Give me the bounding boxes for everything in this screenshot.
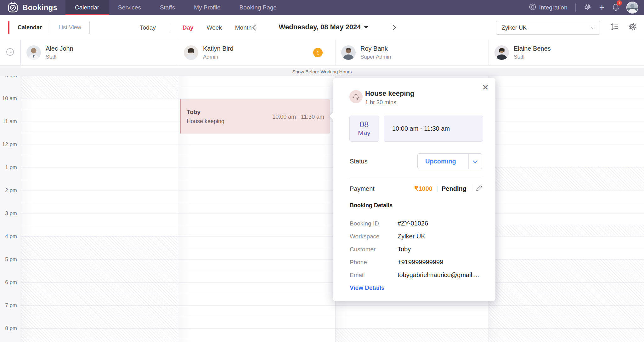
staff-avatar [341, 45, 356, 60]
notifications-button[interactable]: 1 [612, 3, 619, 12]
payment-info: ₹1000 | Pending [415, 185, 482, 193]
range-tab-day[interactable]: Day [183, 24, 194, 31]
booking-count-badge[interactable]: 1 [313, 48, 323, 57]
hour-label: 10 am [1, 95, 17, 102]
user-avatar[interactable] [626, 2, 638, 14]
workspace-select[interactable]: Zylker UK [496, 21, 600, 35]
payment-divider [471, 185, 471, 192]
view-details-link[interactable]: View Details [350, 284, 385, 291]
date-title[interactable]: Wednesday, 08 May 2024 [270, 23, 377, 31]
settings-button[interactable] [584, 3, 591, 12]
nav-divider [575, 3, 576, 12]
range-tab-month[interactable]: Month [235, 24, 252, 31]
payment-status: Pending [442, 185, 466, 192]
detail-value: +919999999999 [398, 259, 443, 266]
calendar-toolbar: Calendar List View Today Day Week Month … [0, 15, 644, 39]
plus-icon: + [599, 3, 605, 12]
non-working-hours-block [489, 259, 644, 342]
status-dropdown[interactable]: Upcoming [417, 153, 482, 169]
integration-label: Integration [539, 4, 568, 11]
staff-role: Admin [203, 54, 234, 60]
hour-label: 8 pm [1, 325, 17, 332]
next-day-button[interactable] [390, 25, 396, 30]
hour-label: 2 pm [1, 187, 17, 194]
nav-tab-staffs[interactable]: Staffs [150, 0, 184, 15]
service-icon [349, 90, 363, 103]
hour-label: 11 am [1, 118, 17, 125]
brand[interactable]: Bookings [0, 0, 65, 15]
show-before-working-hours-toggle[interactable]: Show Before Working Hours [0, 68, 644, 76]
close-icon[interactable]: × [482, 81, 489, 93]
today-button[interactable]: Today [140, 24, 156, 31]
chevron-down-icon [591, 26, 595, 30]
time-chip: 10:00 am - 11:30 am [384, 116, 483, 142]
calendar-view-button[interactable]: Calendar [9, 21, 50, 34]
nav-tab-calendar[interactable]: Calendar [65, 0, 109, 15]
view-toggle: Calendar List View [8, 21, 90, 34]
payment-pipe: | [436, 185, 438, 192]
detail-row-booking-id: Booking ID #ZY-01026 [350, 217, 482, 230]
integration-icon [529, 3, 536, 12]
add-button[interactable]: + [599, 3, 605, 12]
detail-value: Zylker UK [398, 233, 425, 240]
hour-label: 12 pm [1, 141, 17, 148]
detail-value: #ZY-01026 [398, 220, 428, 227]
status-row: Status Upcoming [350, 153, 482, 169]
notification-badge: 1 [617, 0, 622, 6]
detail-label: Booking ID [350, 220, 398, 227]
hour-label: 3 pm [1, 210, 17, 217]
staff-name: Katlyn Bird [203, 45, 234, 52]
time-gutter-header [0, 40, 20, 66]
detail-label: Email [350, 272, 398, 279]
hour-label: 5 pm [1, 256, 17, 263]
detail-row-phone: Phone +919999999999 [350, 256, 482, 269]
time-gutter: 9 am 10 am 11 am 12 pm 1 pm 2 pm 3 pm 4 … [0, 66, 20, 342]
range-tab-week[interactable]: Week [207, 24, 222, 31]
staff-column-header-alec-john[interactable]: Alec John Staff [20, 40, 178, 66]
primary-nav: Calendar Services Staffs My Profile Book… [65, 0, 286, 15]
calendar-grid: 9 am 10 am 11 am 12 pm 1 pm 2 pm 3 pm 4 … [0, 66, 644, 342]
nav-tab-services[interactable]: Services [109, 0, 150, 15]
non-working-hours-block [21, 76, 178, 99]
detail-row-customer: Customer Toby [350, 243, 482, 256]
detail-label: Phone [350, 259, 398, 266]
integration-button[interactable]: Integration [529, 3, 568, 12]
non-working-hours-block [336, 328, 489, 342]
event-time-range: 10:00 am - 11:30 am [272, 114, 324, 120]
hour-label: 7 pm [1, 302, 17, 309]
bookings-app: Bookings Calendar Services Staffs My Pro… [0, 0, 644, 342]
non-working-hours-block [489, 167, 644, 190]
popup-service-name: House keeping [365, 89, 414, 98]
nav-right-cluster: Integration + [525, 0, 644, 15]
staff-column-header-elaine-benes[interactable]: Elaine Benes Staff [489, 40, 644, 66]
hour-label: 1 pm [1, 164, 17, 171]
booking-details-popup: × House keeping 1 hr 30 mins 08 May 10:0… [333, 78, 495, 301]
list-view-button[interactable]: List View [50, 21, 89, 34]
workspace-selected-value: Zylker UK [502, 25, 527, 31]
top-nav: Bookings Calendar Services Staffs My Pro… [0, 0, 644, 15]
nav-tab-my-profile[interactable]: My Profile [184, 0, 230, 15]
date-chip-day: 08 [350, 120, 379, 129]
booking-details-list: Booking ID #ZY-01026 Workspace Zylker UK… [350, 217, 482, 282]
calendar-settings-button[interactable] [628, 22, 637, 33]
staff-name: Elaine Benes [514, 45, 551, 52]
staff-avatar [494, 45, 509, 60]
nav-tab-booking-page[interactable]: Booking Page [230, 0, 286, 15]
staff-column-header-katlyn-bird[interactable]: Katlyn Bird Admin 1 [178, 40, 335, 66]
staff-header-row: Alec John Staff Katlyn Bird Admin 1 Roy … [0, 40, 644, 66]
staff-column-header-roy-bank[interactable]: Roy Bank Super Admin [335, 40, 489, 66]
gear-icon [584, 3, 591, 12]
event-service-name: House keeping [187, 118, 224, 125]
brand-name: Bookings [22, 3, 57, 12]
edit-payment-button[interactable] [476, 185, 482, 193]
clock-icon [6, 48, 14, 58]
hour-label: 6 pm [1, 279, 17, 286]
popup-duration: 1 hr 30 mins [365, 99, 396, 106]
dropdown-separator [468, 154, 469, 169]
staff-avatar [184, 45, 198, 60]
staff-avatar [26, 45, 41, 60]
booking-event-toby-house-keeping[interactable]: Toby House keeping 10:00 am - 11:30 am [180, 99, 330, 134]
status-value: Upcoming [418, 158, 468, 165]
staff-sort-button[interactable] [610, 22, 619, 33]
staff-role: Super Admin [360, 54, 391, 60]
